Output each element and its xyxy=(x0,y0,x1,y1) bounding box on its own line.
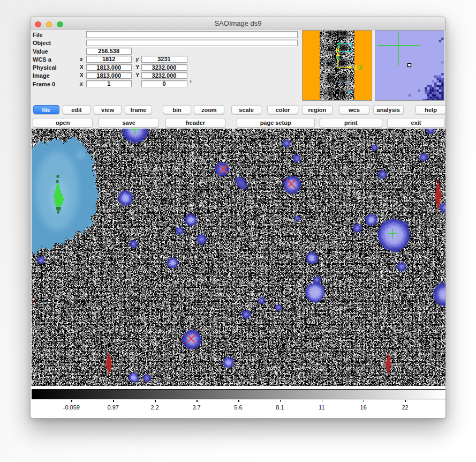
svg-text:E: E xyxy=(354,65,358,71)
svg-text:X: X xyxy=(359,65,362,71)
svg-text:N: N xyxy=(336,48,339,54)
